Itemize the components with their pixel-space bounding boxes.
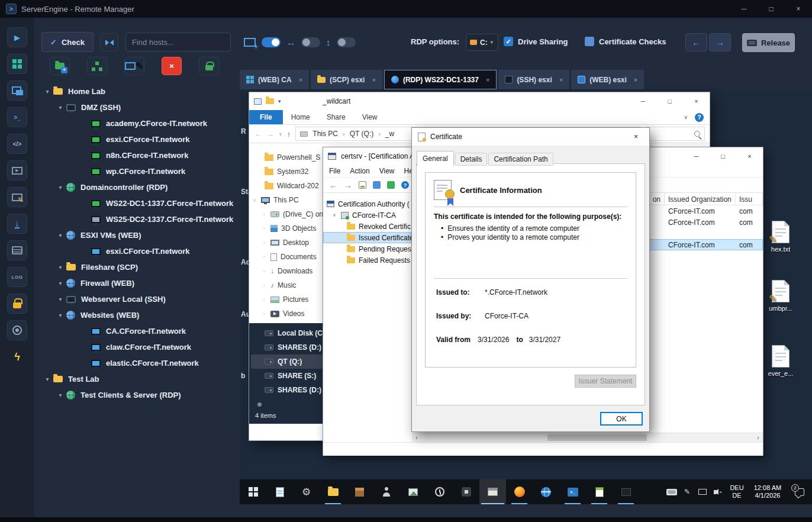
breadcrumb-this-pc[interactable]: This PC	[312, 130, 338, 138]
chevron-right-icon[interactable]: ›	[261, 297, 267, 302]
tab-web-ca[interactable]: (WEB) CA ×	[240, 70, 309, 89]
drive-select[interactable]: C: ▾	[466, 34, 498, 51]
scroll-right-icon[interactable]: ›	[753, 433, 763, 443]
taskbar-package-app[interactable]	[346, 479, 373, 504]
tree-item-dmz[interactable]: ▾DMZ (SSH)	[34, 99, 240, 115]
new-group-button[interactable]: +	[50, 57, 70, 75]
tree-item-webserver-local[interactable]: ▾Webserver Local (SSH)	[34, 291, 240, 307]
expander-icon[interactable]: ▾	[54, 184, 66, 191]
edit-session-button[interactable]: ✎	[7, 187, 27, 207]
tree-item-cforce-it-ca[interactable]: ∨CForce-IT-CA	[323, 210, 411, 221]
tree-item-host[interactable]: CA.CForce-IT.network	[34, 323, 240, 339]
chevron-right-icon[interactable]: ›	[261, 268, 267, 274]
drive-sharing-checkbox[interactable]: ✓ Drive Sharing	[504, 37, 568, 46]
target-button[interactable]	[7, 320, 27, 340]
tree-item-certification-authority[interactable]: Certification Authority (	[323, 198, 411, 210]
nav-item-documents[interactable]: ›Documents	[249, 250, 325, 264]
chevron-right-icon[interactable]: ›	[261, 225, 267, 231]
chevron-down-icon[interactable]: ∨	[252, 197, 257, 203]
taskbar-notepad[interactable]	[586, 479, 613, 504]
expander-icon[interactable]: ▾	[54, 392, 66, 398]
nav-item-drive-c[interactable]: ›(Drive_C) on	[249, 207, 325, 221]
tree-item-host[interactable]: WS25-DC2-1337.CForce-IT.network	[34, 211, 240, 227]
tree-item-fileshare[interactable]: ▾Fileshare (SCP)	[34, 259, 240, 275]
taskbar-firefox[interactable]	[506, 479, 533, 504]
find-hosts-input[interactable]	[125, 33, 231, 51]
drive-item-share-s[interactable]: SHARE (S:)	[249, 369, 325, 383]
remote-desktop-button[interactable]	[7, 80, 27, 101]
scrollbar-track[interactable]	[421, 433, 753, 442]
close-tab-icon[interactable]: ×	[299, 76, 302, 83]
expander-icon[interactable]: ▾	[54, 264, 66, 270]
expander-icon[interactable]: ▾	[54, 232, 66, 239]
code-button[interactable]: </>	[7, 134, 27, 154]
tree-item-firewall[interactable]: ▾Firewall (WEB)	[34, 275, 240, 291]
help-icon[interactable]: ?	[695, 113, 704, 122]
nav-item-this-pc[interactable]: ∨This PC	[249, 193, 325, 207]
desktop-icon-hex[interactable]: ✎ hex.txt	[764, 221, 797, 253]
chevron-right-icon[interactable]: ›	[261, 211, 267, 217]
hierarchy-button[interactable]	[87, 57, 107, 75]
expander-icon[interactable]: ▾	[54, 312, 66, 318]
taskbar-document-app[interactable]	[266, 479, 293, 504]
nav-item-pictures[interactable]: ›Pictures	[249, 292, 325, 307]
expander-icon[interactable]: ▾	[41, 376, 53, 382]
close-button[interactable]: ×	[785, 0, 812, 18]
check-button[interactable]: ✓ Check	[41, 32, 94, 52]
breadcrumb-drive[interactable]: QT (Q:)	[350, 130, 373, 138]
menu-file[interactable]: File	[249, 110, 283, 124]
tray-pen[interactable]: ✎	[679, 488, 695, 496]
ok-button[interactable]: OK	[600, 412, 643, 426]
tree-item-revoked[interactable]: Revoked Certific	[323, 221, 411, 232]
drive-item-local-disk[interactable]: Local Disk (C	[249, 326, 325, 340]
up-icon[interactable]: ↑	[287, 130, 291, 138]
desktop-icon-server[interactable]: ever_e...	[764, 345, 797, 377]
apps-grid-button[interactable]	[7, 54, 27, 74]
menu-view[interactable]: View	[354, 110, 386, 124]
tree-item-issued-selected[interactable]: Issued Certificate	[323, 232, 411, 243]
certificate-checks-checkbox[interactable]: Certificate Checks	[585, 37, 666, 46]
tree-item-pending[interactable]: Pending Request	[323, 243, 411, 254]
tree-item-home-lab[interactable]: ▾Home Lab	[34, 83, 240, 99]
connect-play-button[interactable]: ▶	[7, 27, 27, 47]
rdp-toggle-fullscreen[interactable]	[262, 37, 281, 47]
column-header-issued-organization[interactable]: Issued Organization	[665, 194, 736, 205]
taskbar-photos[interactable]	[399, 479, 426, 504]
export-icon[interactable]	[387, 181, 395, 189]
tray-display[interactable]	[695, 489, 710, 495]
checkbox-checked-icon[interactable]: ✓	[504, 37, 513, 46]
tree-item-test-lab[interactable]: ▾Test Lab	[34, 371, 240, 387]
credentials-lock-button[interactable]	[199, 57, 219, 75]
maximize-button[interactable]: □	[656, 92, 683, 110]
minimize-button[interactable]: ─	[683, 147, 710, 165]
nav-item-music[interactable]: ›♪Music	[249, 278, 325, 292]
back-icon[interactable]: ←	[329, 181, 337, 190]
taskbar-powershell[interactable]: >_	[559, 479, 586, 504]
tab-certification-path[interactable]: Certification Path	[488, 153, 553, 166]
rdp-toggle-fit-height[interactable]	[337, 37, 356, 47]
taskbar-file-explorer[interactable]	[320, 479, 346, 504]
tab-scp-esxi[interactable]: (SCP) esxi ×	[311, 70, 382, 89]
expander-icon[interactable]: ▾	[54, 280, 66, 286]
chevron-right-icon[interactable]: ›	[261, 282, 267, 288]
expander-icon[interactable]: ▾	[54, 296, 66, 302]
menu-home[interactable]: Home	[283, 110, 318, 124]
history-chevron-icon[interactable]: ∨	[279, 131, 282, 137]
nav-item-3d-objects[interactable]: ›3D Objects	[249, 221, 325, 236]
tab-ssh-esxi[interactable]: (SSH) esxi ×	[498, 70, 569, 89]
chevron-right-icon[interactable]: ›	[261, 240, 267, 246]
tree-item-host[interactable]: n8n.CForce-IT.network	[34, 147, 240, 163]
close-button[interactable]: ×	[683, 92, 710, 110]
taskbar-network-app[interactable]	[533, 479, 559, 504]
issuer-statement-button[interactable]: Issuer Statement	[575, 375, 636, 388]
expander-icon[interactable]: ▾	[41, 88, 53, 95]
menu-action[interactable]: Action	[350, 167, 369, 175]
touch-keyboard-button[interactable]	[664, 489, 679, 495]
action-center-button[interactable]: 2	[787, 488, 812, 496]
tree-item-host[interactable]: claw.CForce-IT.network	[34, 339, 240, 355]
quick-action-button[interactable]: ϟ	[7, 347, 27, 367]
credentials-button[interactable]	[7, 294, 27, 314]
close-tab-icon[interactable]: ×	[486, 76, 489, 83]
close-tab-icon[interactable]: ×	[372, 76, 375, 83]
start-button[interactable]	[240, 479, 266, 504]
